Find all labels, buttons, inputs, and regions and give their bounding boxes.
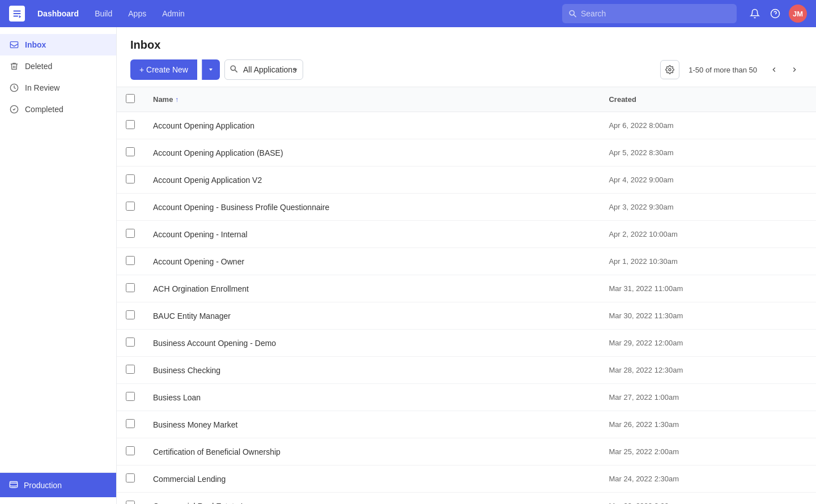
row-name[interactable]: ACH Orgination Enrollment	[144, 275, 600, 302]
row-name[interactable]: Commercial Lending	[144, 465, 600, 493]
row-created: Mar 27, 2022 1:00am	[600, 384, 816, 411]
sidebar-item-deleted[interactable]: Deleted	[0, 55, 116, 77]
filter-select[interactable]: All Applications	[224, 59, 303, 80]
row-checkbox-cell	[117, 493, 144, 505]
sidebar: Inbox Deleted In Review	[0, 27, 117, 504]
row-checkbox[interactable]	[126, 365, 135, 374]
search-icon	[569, 10, 576, 18]
nav-dashboard[interactable]: Dashboard	[32, 6, 84, 22]
row-checkbox-cell	[117, 248, 144, 275]
table-container: Name ↑ Created Account Opening Applicati…	[117, 87, 816, 504]
row-checkbox[interactable]	[126, 310, 135, 319]
row-name[interactable]: Account Opening Application	[144, 112, 600, 139]
row-checkbox[interactable]	[126, 147, 135, 156]
check-circle-icon	[9, 104, 19, 114]
nav-admin[interactable]: Admin	[156, 6, 190, 22]
chevron-left-icon	[770, 66, 778, 74]
row-created: Apr 1, 2022 10:30am	[600, 248, 816, 275]
row-checkbox-cell	[117, 357, 144, 384]
row-name[interactable]: Business Account Opening - Demo	[144, 330, 600, 357]
logo[interactable]	[9, 6, 25, 22]
table-row: Account Openig Application V2 Apr 4, 202…	[117, 166, 816, 194]
row-checkbox-cell	[117, 139, 144, 166]
row-checkbox-cell	[117, 465, 144, 493]
row-checkbox-cell	[117, 275, 144, 302]
row-name[interactable]: Business Money Market	[144, 411, 600, 438]
row-name[interactable]: Account Opening - Business Profile Quest…	[144, 194, 600, 221]
row-checkbox[interactable]	[126, 419, 135, 428]
svg-line-1	[574, 15, 576, 17]
search-bar[interactable]	[562, 4, 737, 23]
table-row: Commercial Lending Mar 24, 2022 2:30am	[117, 465, 816, 493]
nav-apps[interactable]: Apps	[122, 6, 152, 22]
row-name[interactable]: Account Opening - Owner	[144, 248, 600, 275]
row-checkbox-cell	[117, 411, 144, 438]
row-checkbox[interactable]	[126, 338, 135, 347]
bell-icon	[750, 8, 760, 19]
select-all-checkbox[interactable]	[126, 94, 135, 103]
svg-rect-7	[10, 481, 17, 483]
help-button[interactable]	[766, 5, 784, 23]
created-column-header[interactable]: Created	[600, 87, 816, 112]
row-checkbox-cell	[117, 330, 144, 357]
row-checkbox[interactable]	[126, 120, 135, 129]
sort-icon: ↑	[175, 96, 178, 104]
help-icon	[770, 8, 780, 19]
row-name[interactable]: Busiess Loan	[144, 384, 600, 411]
table-row: Business Checking Mar 28, 2022 12:30am	[117, 357, 816, 384]
sidebar-inbox-label: Inbox	[25, 40, 46, 49]
table-row: Account Opening Application Apr 6, 2022 …	[117, 112, 816, 139]
row-created: Mar 30, 2022 11:30am	[600, 302, 816, 330]
name-column-header[interactable]: Name ↑	[144, 87, 600, 112]
sidebar-bottom: Production	[0, 472, 116, 497]
table-row: Certification of Beneficial Ownership Ma…	[117, 438, 816, 465]
row-checkbox[interactable]	[126, 229, 135, 238]
sidebar-item-inbox[interactable]: Inbox	[0, 34, 116, 55]
search-input[interactable]	[581, 9, 730, 18]
row-name[interactable]: Certification of Beneficial Ownership	[144, 438, 600, 465]
create-dropdown-button[interactable]	[202, 59, 220, 80]
row-name[interactable]: BAUC Entity Manager	[144, 302, 600, 330]
topnav: Dashboard Build Apps Admin JM	[0, 0, 816, 27]
applications-table: Name ↑ Created Account Opening Applicati…	[117, 87, 816, 504]
row-checkbox[interactable]	[126, 446, 135, 455]
sidebar-item-in-review[interactable]: In Review	[0, 77, 116, 99]
row-name[interactable]: Account Opening Application (BASE)	[144, 139, 600, 166]
next-page-button[interactable]	[787, 62, 802, 78]
table-row: Commercial Real Estate Loan Mar 23, 2022…	[117, 493, 816, 505]
user-avatar[interactable]: JM	[789, 5, 807, 23]
row-checkbox-cell	[117, 166, 144, 194]
row-name[interactable]: Account Opening - Internal	[144, 221, 600, 248]
row-created: Mar 28, 2022 12:30am	[600, 357, 816, 384]
row-created: Mar 31, 2022 11:00am	[600, 275, 816, 302]
table-row: Busiess Loan Mar 27, 2022 1:00am	[117, 384, 816, 411]
create-new-button[interactable]: + Create New	[130, 59, 197, 80]
row-checkbox[interactable]	[126, 473, 135, 482]
chevron-down-icon	[208, 67, 214, 72]
settings-button[interactable]	[660, 60, 679, 79]
name-col-label: Name	[153, 95, 173, 104]
row-checkbox-cell	[117, 438, 144, 465]
row-checkbox[interactable]	[126, 392, 135, 401]
row-checkbox[interactable]	[126, 174, 135, 183]
row-created: Apr 5, 2022 8:30am	[600, 139, 816, 166]
row-checkbox[interactable]	[126, 283, 135, 292]
row-name[interactable]: Account Openig Application V2	[144, 166, 600, 194]
main-header: Inbox + Create New All Applications	[117, 27, 816, 87]
sidebar-production-item[interactable]: Production	[0, 473, 116, 497]
nav-build[interactable]: Build	[89, 6, 118, 22]
row-created: Mar 29, 2022 12:00am	[600, 330, 816, 357]
row-created: Mar 23, 2022 3:00am	[600, 493, 816, 505]
row-checkbox[interactable]	[126, 202, 135, 211]
sidebar-item-completed[interactable]: Completed	[0, 99, 116, 120]
row-name[interactable]: Business Checking	[144, 357, 600, 384]
row-name[interactable]: Commercial Real Estate Loan	[144, 493, 600, 505]
row-created: Apr 4, 2022 9:00am	[600, 166, 816, 194]
table-body: Account Opening Application Apr 6, 2022 …	[117, 112, 816, 505]
row-checkbox[interactable]	[126, 501, 135, 504]
row-checkbox[interactable]	[126, 256, 135, 265]
page-title: Inbox	[130, 39, 802, 52]
prev-page-button[interactable]	[766, 62, 782, 78]
notification-button[interactable]	[746, 5, 764, 23]
row-created: Mar 24, 2022 2:30am	[600, 465, 816, 493]
